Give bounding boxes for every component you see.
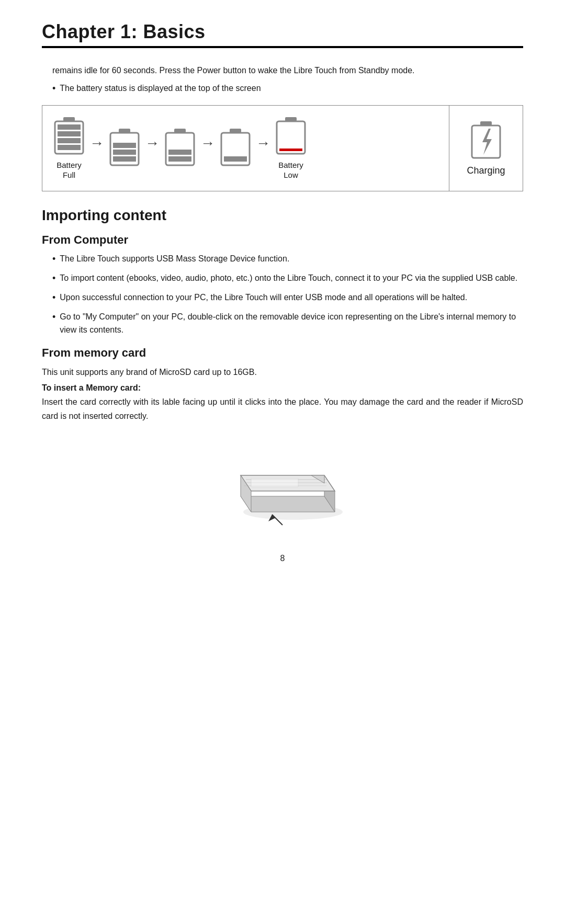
insert-bold-label: To insert a Memory card: [42, 383, 523, 393]
from-computer-bullet2: • To import content (ebooks, video, audi… [52, 271, 523, 286]
battery-3q-icon [108, 128, 141, 168]
arrow-2: → [145, 135, 160, 161]
from-memory-title: From memory card [42, 346, 523, 360]
battery-low-item: Battery Low [275, 116, 307, 180]
intro-paragraph: remains idle for 60 seconds. Press the P… [52, 64, 523, 77]
chapter-title: Chapter 1: Basics [42, 21, 523, 43]
title-divider [42, 46, 523, 48]
bullet-dot-3: • [52, 291, 55, 305]
svg-marker-25 [241, 496, 335, 512]
memory-text1: This unit supports any brand of MicroSD … [42, 365, 523, 379]
from-computer-bullet2-text: To import content (ebooks, video, audio,… [60, 271, 517, 285]
bullet-dot: • [52, 82, 55, 96]
memory-card-illustration [42, 434, 523, 538]
battery-diagram: Battery Full → → → [42, 105, 523, 191]
svg-rect-17 [224, 156, 247, 162]
from-computer-bullet3-text: Upon successful connection to your PC, t… [60, 291, 467, 304]
from-computer-bullet1-text: The Libre Touch supports USB Mass Storag… [60, 252, 289, 266]
battery-quarter-icon [219, 128, 252, 168]
svg-rect-20 [279, 149, 302, 151]
svg-rect-33 [251, 478, 298, 487]
charging-icon [469, 120, 503, 161]
svg-rect-2 [58, 124, 81, 130]
from-computer-title: From Computer [42, 233, 523, 247]
battery-quarter-item [219, 128, 252, 168]
page-number: 8 [42, 554, 523, 563]
svg-rect-10 [113, 156, 136, 162]
svg-rect-8 [113, 143, 136, 148]
from-computer-bullet4-text: Go to "My Computer" on your PC, double-c… [60, 310, 523, 337]
arrow-1: → [89, 135, 104, 161]
battery-3q-item [108, 128, 141, 168]
svg-rect-5 [58, 145, 81, 150]
battery-half-icon [164, 128, 196, 168]
battery-full-icon [53, 116, 85, 157]
battery-full-item: Battery Full [53, 116, 85, 180]
from-computer-bullet3: • Upon successful connection to your PC,… [52, 291, 523, 305]
charging-label: Charging [467, 165, 505, 176]
svg-rect-14 [168, 156, 191, 162]
arrow-4: → [256, 135, 270, 161]
charging-box: Charging [449, 106, 523, 191]
svg-rect-4 [58, 138, 81, 143]
battery-status-text: The battery status is displayed at the t… [60, 82, 261, 95]
bullet-dot-2: • [52, 271, 55, 286]
svg-rect-9 [113, 150, 136, 155]
from-computer-bullet4: • Go to "My Computer" on your PC, double… [52, 310, 523, 337]
battery-half-item [164, 128, 196, 168]
insert-text: Insert the card correctly with its lable… [42, 395, 523, 423]
svg-marker-23 [482, 129, 492, 155]
battery-sequence: Battery Full → → → [42, 106, 449, 191]
bullet-dot-4: • [52, 310, 55, 324]
arrow-3: → [200, 135, 215, 161]
battery-full-label: Battery Full [56, 160, 82, 180]
importing-section-title: Importing content [42, 207, 523, 224]
from-computer-bullet1: • The Libre Touch supports USB Mass Stor… [52, 252, 523, 266]
memory-card-svg [214, 434, 351, 538]
svg-rect-3 [58, 131, 81, 136]
battery-status-bullet: • The battery status is displayed at the… [52, 82, 523, 96]
battery-low-icon [275, 116, 307, 157]
battery-low-label: Battery Low [278, 160, 303, 180]
bullet-dot-1: • [52, 252, 55, 266]
svg-rect-13 [168, 150, 191, 155]
